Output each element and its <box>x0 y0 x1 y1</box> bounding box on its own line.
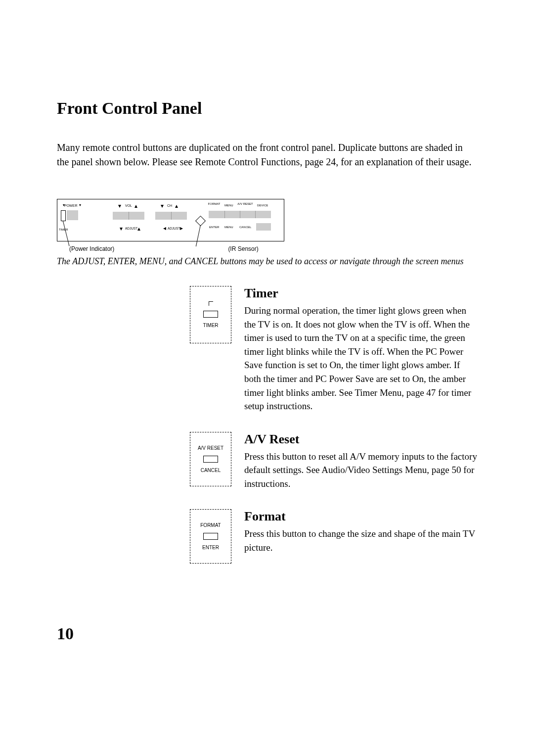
text-format: Press this button to change the size and… <box>244 527 477 554</box>
label-power: POWER <box>64 204 77 207</box>
label-power-indicator: (Power Indicator) <box>69 245 114 252</box>
label-enter: ENTER <box>209 226 219 229</box>
heading-format: Format <box>244 509 477 524</box>
callout-avreset-bottom: CANCEL <box>201 468 221 473</box>
format-box-icon <box>203 533 218 540</box>
label-ir-sensor: (IR Sensor) <box>228 245 258 252</box>
label-cancel: CANCEL <box>239 226 251 229</box>
label-menu: MENU <box>224 204 233 207</box>
label-ch: CH <box>167 204 172 207</box>
label-format: FORMAT <box>207 202 222 205</box>
intro-text: Many remote control buttons are duplicat… <box>57 141 477 169</box>
avreset-box-icon <box>203 456 218 463</box>
heading-timer: Timer <box>244 286 477 301</box>
timer-box-icon <box>203 311 218 318</box>
label-timer-small: TIMER <box>59 228 68 231</box>
panel-diagram: POWER TIMER VOL ADJUST CH <box>57 199 477 252</box>
panel-caption: The ADJUST, ENTER, MENU, and CANCEL butt… <box>57 255 477 267</box>
text-timer: During normal operation, the timer light… <box>244 304 477 413</box>
heading-avreset: A/V Reset <box>244 432 477 447</box>
page-title: Front Control Panel <box>57 99 477 118</box>
label-avreset: A/V RESET <box>237 202 254 205</box>
callout-format-top: FORMAT <box>200 522 221 528</box>
section-avreset: A/V RESET CANCEL A/V Reset Press this bu… <box>57 432 477 491</box>
label-adjust-v: ADJUST <box>125 227 137 230</box>
label-device: DEVICE <box>257 204 268 207</box>
label-vol: VOL <box>125 204 132 207</box>
label-adjust-h: ADJUST <box>168 227 180 230</box>
text-avreset: Press this button to reset all A/V memor… <box>244 450 477 491</box>
section-timer: TIMER Timer During normal operation, the… <box>57 286 477 413</box>
timer-indicator-icon <box>209 301 213 306</box>
callout-timer-label: TIMER <box>203 323 218 328</box>
section-format: FORMAT ENTER Format Press this button to… <box>57 509 477 564</box>
callout-format-bottom: ENTER <box>202 545 219 550</box>
label-menu2: MENU <box>224 226 233 229</box>
page-number: 10 <box>57 624 74 643</box>
callout-avreset-top: A/V RESET <box>198 445 223 451</box>
